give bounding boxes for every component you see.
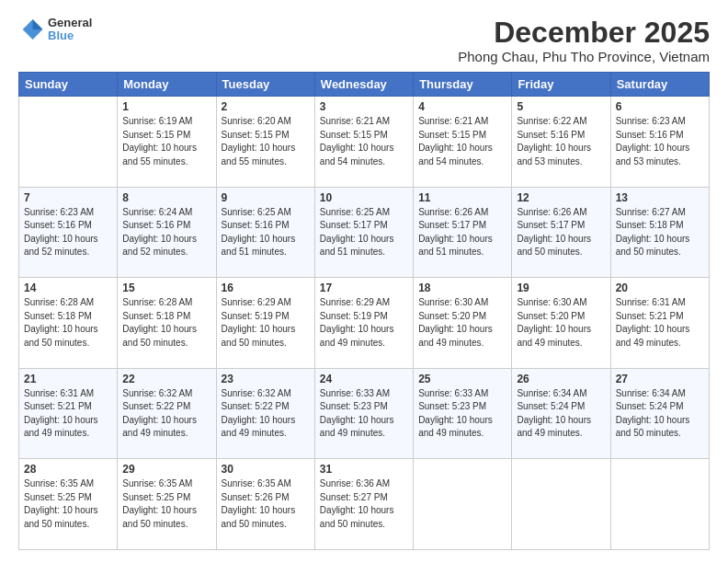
day-info: Sunrise: 6:26 AM Sunset: 5:17 PM Dayligh… — [418, 206, 506, 259]
logo-icon — [18, 17, 44, 42]
table-row: 16 Sunrise: 6:29 AM Sunset: 5:19 PM Dayl… — [216, 278, 314, 369]
day-number: 19 — [517, 282, 605, 294]
sunset-text: Sunset: 5:27 PM — [320, 492, 388, 502]
table-row: 23 Sunrise: 6:32 AM Sunset: 5:22 PM Dayl… — [216, 368, 314, 459]
calendar-table: Sunday Monday Tuesday Wednesday Thursday… — [18, 72, 710, 550]
sunrise-text: Sunrise: 6:28 AM — [24, 297, 94, 307]
daylight-text: Daylight: 10 hours and 53 minutes. — [616, 143, 690, 167]
sunset-text: Sunset: 5:23 PM — [418, 401, 486, 411]
day-number: 28 — [24, 463, 112, 476]
day-number: 11 — [418, 191, 506, 204]
day-info: Sunrise: 6:21 AM Sunset: 5:15 PM Dayligh… — [320, 115, 408, 168]
day-info: Sunrise: 6:33 AM Sunset: 5:23 PM Dayligh… — [418, 387, 506, 441]
sunset-text: Sunset: 5:17 PM — [517, 220, 585, 230]
sunrise-text: Sunrise: 6:23 AM — [616, 116, 686, 126]
day-number: 15 — [122, 282, 210, 294]
day-info: Sunrise: 6:24 AM Sunset: 5:16 PM Dayligh… — [122, 206, 210, 259]
day-number: 27 — [616, 373, 704, 385]
daylight-text: Daylight: 10 hours and 54 minutes. — [418, 143, 493, 167]
sunset-text: Sunset: 5:15 PM — [418, 130, 486, 140]
daylight-text: Daylight: 10 hours and 52 minutes. — [24, 234, 98, 258]
daylight-text: Daylight: 10 hours and 49 minutes. — [517, 415, 591, 439]
day-number: 23 — [222, 373, 310, 385]
day-info: Sunrise: 6:26 AM Sunset: 5:17 PM Dayligh… — [517, 206, 605, 259]
sunrise-text: Sunrise: 6:28 AM — [122, 297, 192, 307]
table-row: 24 Sunrise: 6:33 AM Sunset: 5:23 PM Dayl… — [314, 368, 413, 459]
sunrise-text: Sunrise: 6:30 AM — [517, 297, 586, 307]
day-info: Sunrise: 6:23 AM Sunset: 5:16 PM Dayligh… — [616, 115, 704, 168]
sunset-text: Sunset: 5:18 PM — [122, 311, 190, 321]
table-row: 26 Sunrise: 6:34 AM Sunset: 5:24 PM Dayl… — [512, 368, 610, 459]
daylight-text: Daylight: 10 hours and 49 minutes. — [320, 324, 394, 348]
day-number: 26 — [517, 373, 605, 385]
logo: General Blue — [18, 17, 92, 43]
day-info: Sunrise: 6:28 AM Sunset: 5:18 PM Dayligh… — [24, 296, 112, 350]
sunrise-text: Sunrise: 6:35 AM — [24, 478, 94, 488]
sunrise-text: Sunrise: 6:22 AM — [517, 116, 586, 126]
sunset-text: Sunset: 5:22 PM — [222, 401, 290, 411]
table-row: 7 Sunrise: 6:23 AM Sunset: 5:16 PM Dayli… — [19, 187, 118, 278]
table-row: 22 Sunrise: 6:32 AM Sunset: 5:22 PM Dayl… — [118, 368, 216, 459]
day-number: 2 — [222, 100, 310, 113]
sunrise-text: Sunrise: 6:29 AM — [320, 297, 390, 307]
sunset-text: Sunset: 5:16 PM — [122, 220, 190, 230]
day-info: Sunrise: 6:30 AM Sunset: 5:20 PM Dayligh… — [517, 296, 605, 350]
sunrise-text: Sunrise: 6:26 AM — [517, 207, 586, 217]
day-number: 6 — [616, 100, 704, 113]
sunset-text: Sunset: 5:15 PM — [222, 130, 290, 140]
sunset-text: Sunset: 5:18 PM — [616, 220, 684, 230]
daylight-text: Daylight: 10 hours and 50 minutes. — [222, 505, 296, 529]
day-number: 5 — [517, 100, 605, 113]
day-number: 29 — [122, 463, 210, 476]
day-info: Sunrise: 6:21 AM Sunset: 5:15 PM Dayligh… — [418, 115, 506, 168]
sunset-text: Sunset: 5:16 PM — [222, 220, 290, 230]
sunrise-text: Sunrise: 6:34 AM — [616, 388, 686, 398]
table-row: 12 Sunrise: 6:26 AM Sunset: 5:17 PM Dayl… — [512, 187, 610, 278]
sunrise-text: Sunrise: 6:24 AM — [122, 207, 192, 217]
daylight-text: Daylight: 10 hours and 55 minutes. — [222, 143, 296, 167]
logo-line2: Blue — [48, 29, 92, 42]
table-row: 13 Sunrise: 6:27 AM Sunset: 5:18 PM Dayl… — [610, 187, 709, 278]
sunrise-text: Sunrise: 6:36 AM — [320, 478, 390, 488]
daylight-text: Daylight: 10 hours and 54 minutes. — [320, 143, 394, 167]
table-row — [19, 97, 118, 188]
col-wednesday: Wednesday — [314, 73, 413, 97]
sunrise-text: Sunrise: 6:32 AM — [222, 388, 291, 398]
daylight-text: Daylight: 10 hours and 50 minutes. — [24, 324, 98, 348]
day-info: Sunrise: 6:34 AM Sunset: 5:24 PM Dayligh… — [517, 387, 605, 441]
sunset-text: Sunset: 5:21 PM — [616, 311, 684, 321]
day-number: 21 — [24, 373, 112, 385]
day-number: 14 — [24, 282, 112, 294]
table-row: 8 Sunrise: 6:24 AM Sunset: 5:16 PM Dayli… — [118, 187, 216, 278]
sunrise-text: Sunrise: 6:20 AM — [222, 116, 291, 126]
calendar-title: December 2025 — [458, 17, 710, 49]
calendar-week-row: 14 Sunrise: 6:28 AM Sunset: 5:18 PM Dayl… — [19, 278, 710, 369]
sunrise-text: Sunrise: 6:27 AM — [616, 207, 686, 217]
sunset-text: Sunset: 5:24 PM — [517, 401, 585, 411]
sunset-text: Sunset: 5:18 PM — [24, 311, 92, 321]
calendar-week-row: 7 Sunrise: 6:23 AM Sunset: 5:16 PM Dayli… — [19, 187, 710, 278]
sunrise-text: Sunrise: 6:25 AM — [320, 207, 390, 217]
daylight-text: Daylight: 10 hours and 49 minutes. — [418, 415, 493, 439]
table-row: 30 Sunrise: 6:35 AM Sunset: 5:26 PM Dayl… — [216, 459, 314, 550]
day-number: 9 — [222, 191, 310, 204]
table-row: 25 Sunrise: 6:33 AM Sunset: 5:23 PM Dayl… — [414, 368, 512, 459]
table-row: 9 Sunrise: 6:25 AM Sunset: 5:16 PM Dayli… — [216, 187, 314, 278]
sunset-text: Sunset: 5:19 PM — [320, 311, 388, 321]
daylight-text: Daylight: 10 hours and 49 minutes. — [517, 324, 591, 348]
day-info: Sunrise: 6:25 AM Sunset: 5:17 PM Dayligh… — [320, 206, 408, 259]
sunset-text: Sunset: 5:16 PM — [517, 130, 585, 140]
sunset-text: Sunset: 5:26 PM — [222, 492, 290, 502]
sunrise-text: Sunrise: 6:35 AM — [222, 478, 291, 488]
sunset-text: Sunset: 5:16 PM — [24, 220, 92, 230]
day-number: 25 — [418, 373, 506, 385]
sunrise-text: Sunrise: 6:33 AM — [418, 388, 488, 398]
sunrise-text: Sunrise: 6:35 AM — [122, 478, 192, 488]
sunrise-text: Sunrise: 6:34 AM — [517, 388, 586, 398]
table-row: 1 Sunrise: 6:19 AM Sunset: 5:15 PM Dayli… — [118, 97, 216, 188]
col-tuesday: Tuesday — [216, 73, 314, 97]
daylight-text: Daylight: 10 hours and 50 minutes. — [222, 324, 296, 348]
day-info: Sunrise: 6:29 AM Sunset: 5:19 PM Dayligh… — [222, 296, 310, 350]
table-row: 27 Sunrise: 6:34 AM Sunset: 5:24 PM Dayl… — [610, 368, 709, 459]
daylight-text: Daylight: 10 hours and 49 minutes. — [24, 415, 98, 439]
